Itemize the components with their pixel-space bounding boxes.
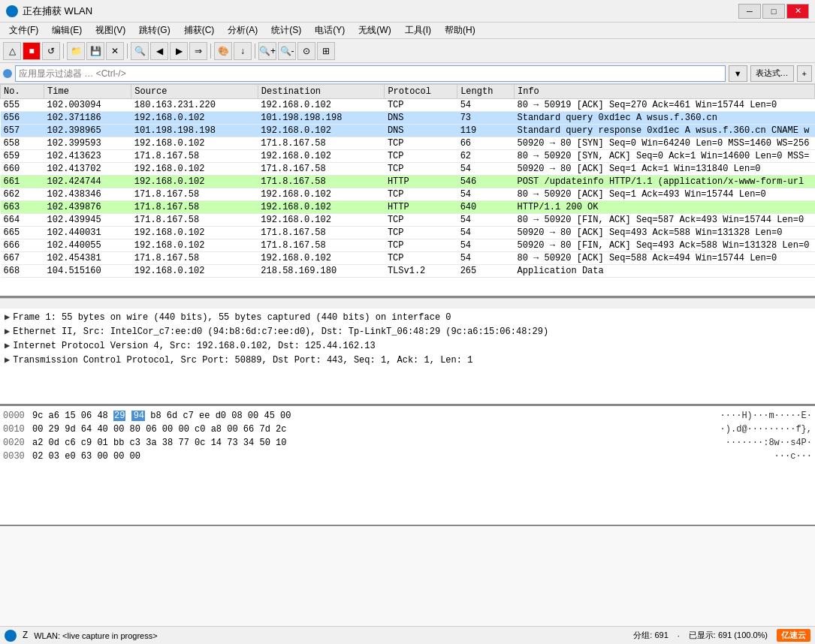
- table-row[interactable]: 661102.424744192.168.0.102171.8.167.58HT…: [1, 176, 815, 188]
- expand-arrow: ▶: [5, 327, 10, 337]
- table-cell: 104.515160: [44, 265, 131, 278]
- status-sep: ·: [678, 631, 680, 640]
- table-cell: Standard query 0xd1ec A wsus.f.360.cn: [515, 112, 815, 125]
- table-cell: 80 → 50920 [ACK] Seq=1 Ack=493 Win=15744…: [515, 188, 815, 201]
- hex-bytes: 02 03 e0 63 00 00 00: [32, 450, 771, 463]
- table-cell: 66: [457, 137, 515, 150]
- window-controls: ─ □ ✕: [738, 4, 809, 19]
- menu-item[interactable]: 跳转(G): [133, 23, 176, 38]
- toolbar-close[interactable]: ✕: [106, 42, 124, 60]
- table-cell: 80 → 50920 [FIN, ACK] Seq=587 Ack=493 Wi…: [515, 214, 815, 227]
- menu-item[interactable]: 帮助(H): [439, 23, 481, 38]
- expand-arrow: ▶: [5, 355, 10, 366]
- filter-dropdown[interactable]: ▼: [729, 65, 747, 82]
- col-source: Source: [131, 85, 258, 99]
- toolbar-goto[interactable]: ⇒: [189, 42, 207, 60]
- status-right: 分组: 691 · 已显示: 691 (100.0%) 亿速云: [633, 629, 810, 642]
- menu-item[interactable]: 捕获(C): [178, 23, 221, 38]
- toolbar-new[interactable]: △: [3, 42, 21, 60]
- table-cell: 657: [1, 125, 44, 137]
- table-cell: 171.8.167.58: [258, 137, 385, 150]
- table-cell: TCP: [385, 214, 457, 227]
- toolbar-stop[interactable]: ■: [23, 42, 41, 60]
- table-cell: 171.8.167.58: [131, 188, 258, 201]
- hex-ascii: ···c···: [774, 450, 812, 463]
- hex-row: 001000 29 9d 64 40 00 80 06 00 00 c0 a8 …: [3, 423, 812, 436]
- minimize-button[interactable]: ─: [738, 4, 761, 19]
- status-logo: 亿速云: [777, 629, 810, 642]
- menu-item[interactable]: 无线(W): [352, 23, 397, 38]
- packet-table-header: No. Time Source Destination Protocol Len…: [1, 85, 815, 99]
- table-row[interactable]: 659102.413623171.8.167.58192.168.0.102TC…: [1, 150, 815, 163]
- toolbar-forward[interactable]: ▶: [170, 42, 188, 60]
- toolbar-save[interactable]: 💾: [86, 42, 104, 60]
- table-row[interactable]: 668104.515160192.168.0.102218.58.169.180…: [1, 265, 815, 278]
- table-cell: Standard query response 0xd1ec A wsus.f.…: [515, 125, 815, 137]
- menu-item[interactable]: 分析(A): [222, 23, 264, 38]
- hex-bytes: a2 0d c6 c9 01 bb c3 3a 38 77 0c 14 73 3…: [32, 436, 723, 450]
- detail-line[interactable]: ▶Ethernet II, Src: IntelCor_c7:ee:d0 (94…: [2, 324, 813, 339]
- table-row[interactable]: 665102.440031192.168.0.102171.8.167.58TC…: [1, 227, 815, 239]
- menu-item[interactable]: 工具(I): [399, 23, 437, 38]
- table-cell: 102.413702: [44, 163, 131, 176]
- menu-item[interactable]: 统计(S): [265, 23, 307, 38]
- menu-item[interactable]: 编辑(E): [46, 23, 88, 38]
- toolbar-open[interactable]: 📁: [67, 42, 85, 60]
- menu-item[interactable]: 文件(F): [3, 23, 44, 38]
- col-protocol: Protocol: [385, 85, 457, 99]
- menu-bar: 文件(F)编辑(E)视图(V)跳转(G)捕获(C)分析(A)统计(S)电话(Y)…: [0, 23, 815, 39]
- status-bar: Z WLAN: <live capture in progress> 分组: 6…: [0, 626, 815, 644]
- hex-ascii: ·······:8w··s4P·: [726, 436, 812, 450]
- maximize-button[interactable]: □: [762, 4, 785, 19]
- table-row[interactable]: 664102.439945171.8.167.58192.168.0.102TC…: [1, 214, 815, 227]
- table-cell: 640: [457, 201, 515, 214]
- packet-hscroll[interactable]: [0, 298, 815, 308]
- table-row[interactable]: 663102.439876171.8.167.58192.168.0.102HT…: [1, 201, 815, 214]
- hex-highlighted-byte: 94: [133, 411, 145, 421]
- detail-line[interactable]: ▶Transmission Control Protocol, Src Port…: [2, 353, 813, 367]
- table-cell: 102.440055: [44, 239, 131, 252]
- toolbar-zoom-in[interactable]: 🔍+: [258, 42, 276, 60]
- table-cell: 54: [457, 227, 515, 239]
- toolbar-fullscreen[interactable]: ⊞: [317, 42, 335, 60]
- table-row[interactable]: 658102.399593192.168.0.102171.8.167.58TC…: [1, 137, 815, 150]
- packet-list[interactable]: No. Time Source Destination Protocol Len…: [0, 84, 815, 298]
- expand-arrow: ▶: [5, 341, 10, 351]
- table-cell: 73: [457, 112, 515, 125]
- table-row[interactable]: 655102.003094180.163.231.220192.168.0.10…: [1, 99, 815, 112]
- filter-expr-button[interactable]: 表达式…: [750, 65, 794, 82]
- col-destination: Destination: [258, 85, 385, 99]
- detail-line[interactable]: ▶Frame 1: 55 bytes on wire (440 bits), 5…: [2, 310, 813, 324]
- menu-item[interactable]: 电话(Y): [309, 23, 351, 38]
- table-cell: 101.198.198.198: [131, 125, 258, 137]
- toolbar-zoom-reset[interactable]: ⊙: [297, 42, 315, 60]
- toolbar-search[interactable]: 🔍: [131, 42, 149, 60]
- table-cell: 192.168.0.102: [131, 163, 258, 176]
- table-row[interactable]: 666102.440055192.168.0.102171.8.167.58TC…: [1, 239, 815, 252]
- table-row[interactable]: 662102.438346171.8.167.58192.168.0.102TC…: [1, 188, 815, 201]
- table-cell: 54: [457, 252, 515, 265]
- col-length: Length: [457, 85, 515, 99]
- filter-plus[interactable]: +: [797, 65, 812, 82]
- toolbar-restart[interactable]: ↺: [42, 42, 60, 60]
- table-row[interactable]: 667102.454381171.8.167.58192.168.0.102TC…: [1, 252, 815, 265]
- table-row[interactable]: 656102.371186192.168.0.102101.198.198.19…: [1, 112, 815, 125]
- toolbar-autoscroll[interactable]: ↓: [234, 42, 252, 60]
- menu-item[interactable]: 视图(V): [89, 23, 131, 38]
- toolbar-colorize[interactable]: 🎨: [214, 42, 232, 60]
- status-interface: WLAN: <live capture in progress>: [34, 631, 157, 640]
- toolbar-back[interactable]: ◀: [150, 42, 168, 60]
- close-button[interactable]: ✕: [786, 4, 809, 19]
- table-cell: TCP: [385, 137, 457, 150]
- hex-pane[interactable]: 00009c a6 15 06 48 29 94 b8 6d c7 ee d0 …: [0, 406, 815, 526]
- detail-line[interactable]: ▶Internet Protocol Version 4, Src: 192.1…: [2, 339, 813, 353]
- filter-input[interactable]: [15, 65, 726, 82]
- detail-pane[interactable]: ▶Frame 1: 55 bytes on wire (440 bits), 5…: [0, 308, 815, 406]
- hex-row: 0020a2 0d c6 c9 01 bb c3 3a 38 77 0c 14 …: [3, 436, 812, 450]
- table-row[interactable]: 660102.413702192.168.0.102171.8.167.58TC…: [1, 163, 815, 176]
- table-cell: 192.168.0.102: [258, 201, 385, 214]
- table-cell: TLSv1.2: [385, 265, 457, 278]
- table-row[interactable]: 657102.398965101.198.198.198192.168.0.10…: [1, 125, 815, 137]
- toolbar-zoom-out[interactable]: 🔍-: [278, 42, 296, 60]
- filter-bar: ▼ 表达式… +: [0, 63, 815, 84]
